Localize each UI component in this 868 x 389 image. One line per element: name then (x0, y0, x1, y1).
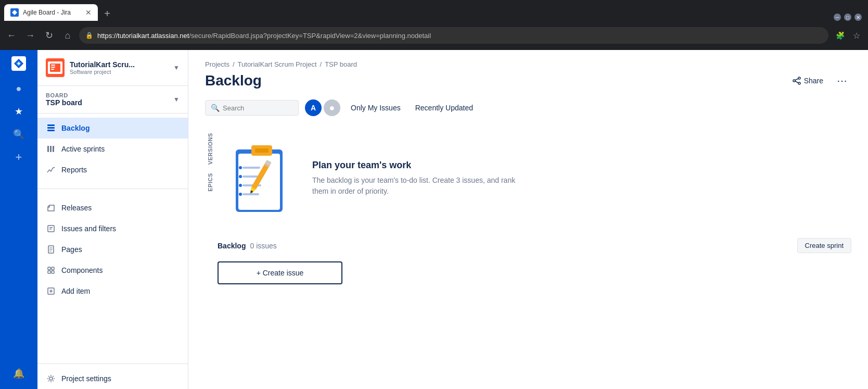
minimize-button[interactable]: ─ (834, 14, 841, 21)
svg-marker-0 (12, 10, 17, 15)
secondary-nav: Releases Issues and filters Pages (37, 193, 188, 306)
my-avatar[interactable]: A (305, 99, 322, 116)
close-window-button[interactable]: ✕ (854, 14, 862, 21)
browser-nav: ← → ↻ ⌂ 🔒 https://tutorialkart.atlassian… (0, 21, 868, 50)
browser-chrome: Agile Board - Jira ✕ + ─ □ ✕ ← → ↻ ⌂ 🔒 h… (0, 0, 868, 50)
components-icon (46, 265, 56, 275)
rail-bottom: 🔔 (9, 364, 28, 383)
extensions-button[interactable]: 🧩 (833, 28, 847, 43)
reload-button[interactable]: ↻ (42, 28, 56, 43)
svg-rect-5 (47, 127, 55, 129)
jira-logo[interactable] (11, 56, 26, 71)
svg-point-29 (798, 82, 800, 84)
page-header: Backlog Share ⋯ (205, 72, 851, 89)
nav-right-buttons: 🧩 ☆ (833, 28, 864, 43)
star-button[interactable]: ☆ (849, 28, 864, 43)
backlog-main: Plan your team's work The backlog is you… (218, 129, 851, 284)
empty-state-desc: The backlog is your team's to-do list. C… (312, 175, 520, 197)
sidebar-item-active-sprints[interactable]: Active sprints (37, 139, 188, 159)
more-options-button[interactable]: ⋯ (833, 72, 851, 89)
svg-rect-20 (52, 267, 54, 270)
home-button[interactable]: ⌂ (60, 28, 75, 43)
project-name: TutorialKart Scru... (70, 60, 168, 69)
backlog-section-title: Backlog 0 issues (218, 242, 277, 250)
backlog-area: VERSIONS EPICS (205, 129, 851, 284)
svg-rect-22 (52, 271, 54, 273)
svg-rect-12 (48, 225, 54, 232)
project-info: TutorialKart Scru... Software project ▼ (46, 58, 180, 77)
search-input[interactable] (223, 104, 293, 112)
project-avatar (46, 58, 65, 77)
reports-label: Reports (61, 166, 87, 174)
releases-label: Releases (61, 204, 92, 212)
breadcrumb-project-name[interactable]: TutorialKart Scrum Project (238, 60, 317, 68)
other-avatar[interactable]: ● (324, 99, 340, 116)
page-title: Backlog (205, 72, 262, 89)
sidebar-item-releases[interactable]: Releases (37, 197, 188, 218)
nav-divider (37, 189, 188, 189)
svg-rect-7 (47, 146, 49, 152)
project-settings-label: Project settings (61, 374, 111, 383)
svg-point-43 (239, 193, 242, 196)
address-bar[interactable]: 🔒 https://tutorialkart.atlassian.net/sec… (79, 27, 828, 44)
board-selector[interactable]: Board TSP board ▼ (37, 86, 188, 114)
tab-favicon (10, 8, 19, 17)
versions-label[interactable]: VERSIONS (205, 129, 215, 169)
svg-line-30 (795, 79, 798, 80)
epics-label[interactable]: EPICS (205, 169, 215, 196)
issues-filters-icon (46, 223, 56, 234)
filter-avatars: A ● (305, 99, 340, 116)
sidebar-item-reports[interactable]: Reports (37, 159, 188, 180)
breadcrumb-board[interactable]: TSP board (325, 60, 357, 68)
rail-home-icon[interactable]: ● (9, 79, 28, 98)
svg-rect-6 (47, 130, 55, 131)
svg-point-27 (798, 77, 800, 79)
breadcrumb-sep-1: / (233, 60, 235, 68)
rail-notification-icon[interactable]: 🔔 (9, 364, 28, 383)
url-text: https://tutorialkart.atlassian.net/secur… (97, 32, 822, 40)
filter-bar: 🔍 A ● Only My Issues Recently Updated (205, 99, 851, 116)
sidebar-item-pages[interactable]: Pages (37, 239, 188, 260)
sidebar-item-backlog[interactable]: Backlog (37, 118, 188, 139)
tab-close-button[interactable]: ✕ (85, 9, 92, 16)
new-tab-button[interactable]: + (100, 6, 114, 21)
svg-point-26 (49, 377, 53, 380)
sidebar-item-add-item[interactable]: Add item (37, 281, 188, 302)
recently-updated-filter[interactable]: Recently Updated (411, 102, 477, 114)
project-settings-icon (46, 373, 56, 384)
svg-rect-4 (47, 124, 55, 126)
project-name-block: TutorialKart Scru... Software project (70, 60, 168, 75)
share-icon (793, 77, 801, 85)
share-button[interactable]: Share (787, 73, 828, 88)
svg-point-42 (239, 184, 242, 187)
svg-line-31 (795, 81, 798, 83)
svg-rect-19 (48, 267, 50, 270)
back-button[interactable]: ← (4, 28, 19, 43)
rail-search-icon[interactable]: 🔍 (9, 125, 28, 144)
rail-starred-icon[interactable]: ★ (9, 102, 28, 121)
pages-label: Pages (61, 245, 82, 254)
sidebar: TutorialKart Scru... Software project ▼ … (37, 50, 188, 389)
forward-button[interactable]: → (23, 28, 37, 43)
rail-create-icon[interactable]: + (9, 148, 28, 167)
svg-rect-35 (255, 148, 269, 153)
active-tab: Agile Board - Jira ✕ (4, 4, 98, 21)
project-chevron-icon[interactable]: ▼ (173, 64, 180, 71)
create-issue-button[interactable]: + Create issue (218, 261, 342, 284)
sidebar-item-project-settings[interactable]: Project settings (37, 368, 188, 389)
main-content: Projects / TutorialKart Scrum Project / … (188, 50, 868, 389)
breadcrumb-projects[interactable]: Projects (205, 60, 229, 68)
create-sprint-button[interactable]: Create sprint (797, 238, 851, 253)
board-name-block: Board TSP board (46, 92, 82, 107)
breadcrumb-sep-2: / (320, 60, 322, 68)
sidebar-item-components[interactable]: Components (37, 260, 188, 281)
svg-point-41 (239, 175, 242, 178)
pages-icon (46, 244, 56, 255)
maximize-button[interactable]: □ (844, 14, 851, 21)
search-box[interactable]: 🔍 (205, 100, 299, 116)
empty-state-text: Plan your team's work The backlog is you… (312, 160, 520, 197)
sidebar-item-issues-filters[interactable]: Issues and filters (37, 218, 188, 239)
lock-icon: 🔒 (85, 32, 93, 39)
only-my-issues-filter[interactable]: Only My Issues (347, 102, 405, 114)
browser-tabs: Agile Board - Jira ✕ + ─ □ ✕ (0, 0, 868, 21)
